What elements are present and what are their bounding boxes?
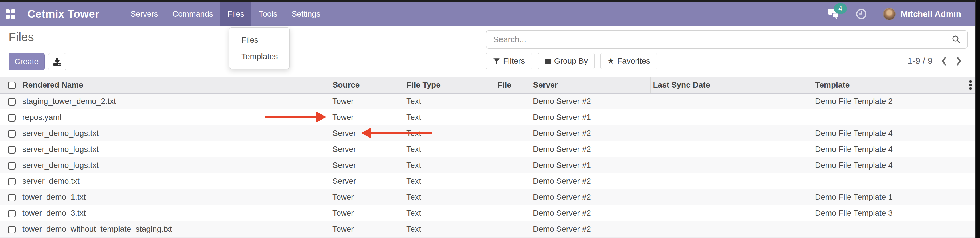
cell-source: Tower xyxy=(330,221,404,237)
cell-rendered-name: server_demo_logs.txt xyxy=(20,157,330,173)
table-row[interactable]: repos.yaml Tower Text Demo Server #1 xyxy=(0,109,975,125)
nav-item-commands[interactable]: Commands xyxy=(165,2,220,26)
export-button[interactable] xyxy=(48,53,66,70)
page-title: Files xyxy=(9,30,34,44)
cell-last-sync-date xyxy=(651,157,813,173)
star-icon: ★ xyxy=(607,57,614,65)
table-row[interactable]: tower_demo_3.txt Tower Text Demo Server … xyxy=(0,205,975,221)
chevron-left-icon xyxy=(940,56,947,66)
annotation-arrow-right xyxy=(264,111,326,122)
favorites-button[interactable]: ★ Favorites xyxy=(600,53,657,69)
pager-range: 1-9 / 9 xyxy=(907,56,932,66)
dropdown-item-files[interactable]: Files xyxy=(229,32,290,48)
cell-template xyxy=(813,173,975,189)
cell-source: Tower xyxy=(330,93,404,109)
cell-file-type: Text xyxy=(404,157,495,173)
nav-item-files[interactable]: Files xyxy=(220,2,251,26)
group-by-label: Group By xyxy=(554,57,588,66)
cell-template xyxy=(813,221,975,237)
clock-icon xyxy=(856,8,867,20)
file-table-body: staging_tower_demo_2.txt Tower Text Demo… xyxy=(0,93,975,237)
select-all-checkbox[interactable] xyxy=(8,82,16,89)
table-row[interactable]: server_demo_logs.txt Server Text Demo Se… xyxy=(0,157,975,173)
cell-rendered-name: server_demo.txt xyxy=(20,173,330,189)
cell-file xyxy=(495,173,531,189)
row-select-cell xyxy=(0,205,20,221)
window-scrollbar-edge[interactable] xyxy=(975,0,980,238)
column-options-icon[interactable] xyxy=(969,81,972,90)
nav-item-servers[interactable]: Servers xyxy=(123,2,165,26)
row-checkbox[interactable] xyxy=(8,146,16,154)
funnel-icon xyxy=(493,57,500,65)
table-row[interactable]: server_demo_logs.txt Server Text Demo Se… xyxy=(0,125,975,141)
chevron-right-icon xyxy=(955,56,962,66)
row-checkbox[interactable] xyxy=(8,226,16,233)
nav-item-tools[interactable]: Tools xyxy=(251,2,284,26)
row-select-cell xyxy=(0,189,20,205)
column-header-last-sync-date[interactable]: Last Sync Date xyxy=(651,77,813,93)
main-menu: Servers Commands Files Tools Settings xyxy=(123,2,327,26)
group-by-button[interactable]: Group By xyxy=(538,53,595,69)
column-header-file[interactable]: File xyxy=(495,77,531,93)
cell-source: Server xyxy=(330,157,404,173)
cell-server: Demo Server #1 xyxy=(531,157,651,173)
messages-button[interactable]: 4 xyxy=(827,8,841,20)
cell-file-type: Text xyxy=(404,221,495,237)
column-header-server[interactable]: Server xyxy=(531,77,651,93)
messages-count-badge: 4 xyxy=(834,3,847,14)
table-row[interactable]: staging_tower_demo_2.txt Tower Text Demo… xyxy=(0,93,975,109)
pager-previous-button[interactable] xyxy=(940,56,947,66)
cell-file xyxy=(495,125,531,141)
column-header-file-type[interactable]: File Type xyxy=(404,77,495,93)
stacked-bars-icon xyxy=(544,58,551,65)
cell-source: Server xyxy=(330,173,404,189)
cell-file-type: Text xyxy=(404,205,495,221)
activities-button[interactable] xyxy=(856,8,867,20)
filters-button[interactable]: Filters xyxy=(486,53,532,69)
template-header-label: Template xyxy=(815,81,850,89)
column-header-template[interactable]: Template xyxy=(813,77,975,93)
cell-file-type: Text xyxy=(404,141,495,157)
avatar[interactable] xyxy=(883,8,896,20)
column-header-source[interactable]: Source xyxy=(330,77,404,93)
table-row[interactable]: server_demo_logs.txt Server Text Demo Se… xyxy=(0,141,975,157)
row-checkbox[interactable] xyxy=(8,130,16,138)
cell-last-sync-date xyxy=(651,141,813,157)
cell-file xyxy=(495,141,531,157)
user-menu[interactable]: Mitchell Admin xyxy=(900,9,961,19)
cell-server: Demo Server #2 xyxy=(531,189,651,205)
create-button[interactable]: Create xyxy=(9,53,45,70)
row-checkbox[interactable] xyxy=(8,162,16,170)
cell-template: Demo File Template 4 xyxy=(813,157,975,173)
search-icon[interactable] xyxy=(951,35,961,44)
cell-rendered-name: server_demo_logs.txt xyxy=(20,125,330,141)
cell-rendered-name: staging_tower_demo_2.txt xyxy=(20,93,330,109)
apps-menu-button[interactable] xyxy=(0,2,21,26)
table-row[interactable]: server_demo.txt Server Text Demo Server … xyxy=(0,173,975,189)
cell-source: Server xyxy=(330,141,404,157)
nav-item-settings[interactable]: Settings xyxy=(285,2,328,26)
table-row[interactable]: tower_demo_1.txt Tower Text Demo Server … xyxy=(0,189,975,205)
row-select-cell xyxy=(0,157,20,173)
cell-last-sync-date xyxy=(651,189,813,205)
annotation-arrow-left xyxy=(361,128,432,138)
row-checkbox[interactable] xyxy=(8,98,16,106)
cell-last-sync-date xyxy=(651,93,813,109)
row-checkbox[interactable] xyxy=(8,194,16,202)
cell-file xyxy=(495,109,531,125)
row-checkbox[interactable] xyxy=(8,178,16,186)
cell-file-type: Text xyxy=(404,93,495,109)
row-checkbox[interactable] xyxy=(8,114,16,122)
cell-file xyxy=(495,157,531,173)
search-bar xyxy=(486,30,968,49)
window-top-edge xyxy=(0,0,980,2)
pager-next-button[interactable] xyxy=(955,56,962,66)
cell-file xyxy=(495,93,531,109)
row-checkbox[interactable] xyxy=(8,210,16,217)
search-input[interactable] xyxy=(486,31,951,48)
dropdown-item-templates[interactable]: Templates xyxy=(229,48,290,65)
row-select-cell xyxy=(0,109,20,125)
row-select-cell xyxy=(0,125,20,141)
table-row[interactable]: tower_demo_without_template_staging.txt … xyxy=(0,221,975,237)
column-header-rendered-name[interactable]: Rendered Name xyxy=(20,77,330,93)
